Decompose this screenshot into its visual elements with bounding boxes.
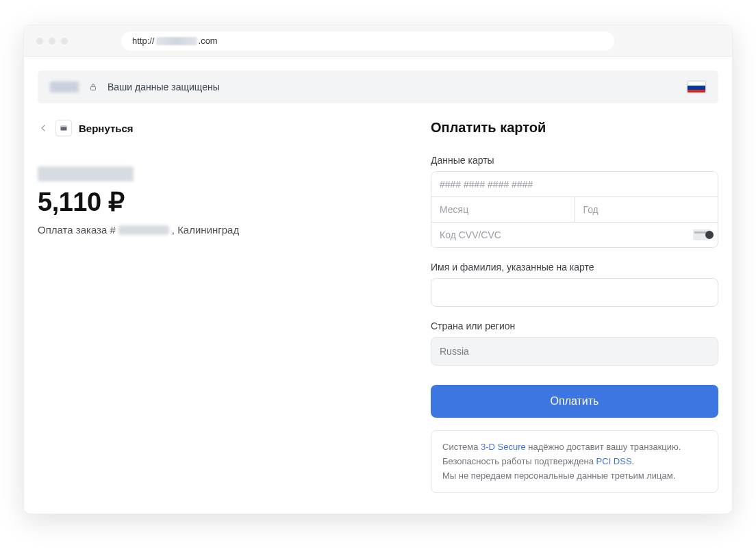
back-button[interactable]: Вернуться [38, 120, 403, 136]
card-data-label: Данные карты [431, 155, 718, 166]
card-number-input[interactable] [431, 172, 718, 197]
browser-window: http:// .com Ваши данные защищены [23, 25, 733, 514]
order-id-redacted [118, 225, 169, 235]
url-prefix: http:// [132, 36, 155, 46]
merchant-badge-icon [55, 120, 72, 136]
russia-flag-icon[interactable] [687, 81, 706, 93]
browser-toolbar: http:// .com [24, 25, 732, 57]
window-close-dot[interactable] [36, 38, 43, 45]
lock-icon [88, 82, 98, 92]
security-line3: Мы не передаем персональные данные треть… [442, 469, 707, 483]
security-notice: Система 3-D Secure надёжно доставит вашу… [431, 430, 718, 493]
order-desc-suffix: , Калининград [172, 224, 239, 236]
protected-text: Ваши данные защищены [108, 81, 220, 92]
url-suffix: .com [199, 36, 218, 46]
order-description: Оплата заказа # , Калининград [38, 224, 403, 236]
cardholder-name-label: Имя и фамилия, указанные на карте [431, 262, 718, 273]
country-value: Russia [440, 346, 469, 357]
security-line2-b: . [632, 456, 635, 466]
link-3dsecure[interactable]: 3-D Secure [481, 442, 526, 452]
order-desc-prefix: Оплата заказа # [38, 224, 116, 236]
order-amount: 5,110 ₽ [38, 187, 403, 217]
page-content: Ваши данные защищены Вернуться [24, 57, 732, 514]
payment-form-panel: Оплатить картой Данные карты Имя [431, 116, 718, 493]
svg-rect-0 [91, 86, 96, 90]
cvv-hint-icon [693, 229, 711, 240]
url-domain-redacted [156, 37, 197, 45]
card-cvv-input[interactable] [431, 223, 693, 247]
card-year-input[interactable] [575, 197, 718, 222]
main-content: Вернуться 5,110 ₽ Оплата заказа # , Кали… [24, 103, 732, 514]
cardholder-name-input[interactable] [431, 278, 718, 307]
back-label: Вернуться [79, 123, 134, 134]
security-line1-a: Система [442, 442, 481, 452]
link-pcidss[interactable]: PCI DSS [596, 456, 632, 466]
svg-rect-2 [61, 126, 67, 127]
order-summary-panel: Вернуться 5,110 ₽ Оплата заказа # , Кали… [38, 116, 403, 493]
card-month-input[interactable] [431, 197, 575, 222]
url-bar[interactable]: http:// .com [121, 32, 614, 51]
merchant-name-redacted [38, 166, 134, 181]
country-label: Страна или регион [431, 320, 718, 331]
arrow-left-icon [38, 123, 49, 134]
payment-title: Оплатить картой [431, 120, 718, 136]
window-minimize-dot[interactable] [49, 38, 55, 45]
card-input-group [431, 171, 718, 248]
security-topbar: Ваши данные защищены [38, 71, 718, 103]
window-zoom-dot[interactable] [61, 38, 68, 45]
security-line2-a: Безопасность работы подтверждена [442, 456, 596, 466]
pay-button[interactable]: Оплатить [431, 385, 718, 418]
country-select[interactable]: Russia [431, 337, 718, 366]
security-line1-b: надёжно доставит вашу транзакцию. [526, 442, 681, 452]
brand-logo-redacted [50, 81, 79, 92]
